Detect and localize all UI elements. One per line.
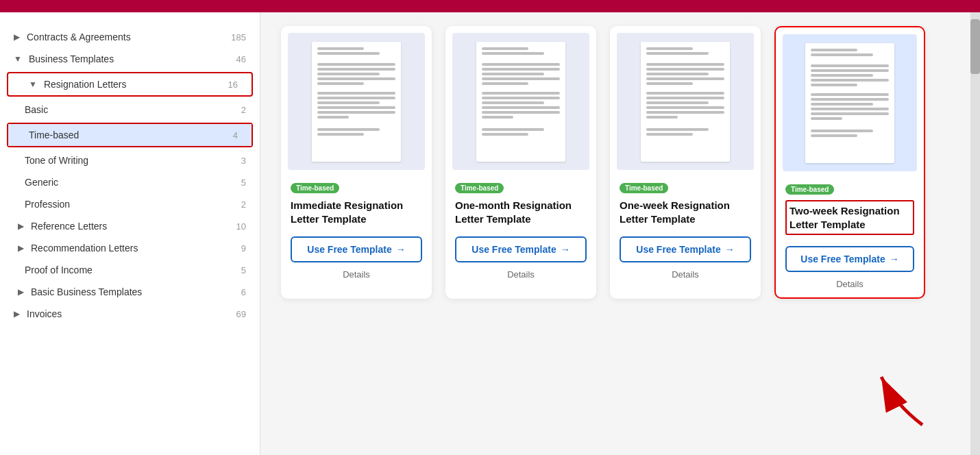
badge-two-week: Time-based <box>785 184 834 195</box>
arrow-right-icon: → <box>396 244 406 255</box>
sidebar-item-resignation[interactable]: ▼ Resignation Letters 16 <box>8 73 252 95</box>
badge-one-week: Time-based <box>620 183 668 193</box>
chevron-right-icon: ▶ <box>14 32 20 42</box>
card-preview-two-week <box>783 34 917 171</box>
badge-one-month: Time-based <box>455 183 504 193</box>
badge-immediate: Time-based <box>291 183 339 193</box>
card-body-one-month: Time-based One-month Resignation Letter … <box>445 177 596 236</box>
main-content: Time-based Immediate Resignation Letter … <box>260 12 970 455</box>
chevron-down-icon: ▼ <box>14 54 22 64</box>
use-template-btn-one-month[interactable]: Use Free Template → <box>455 236 587 262</box>
chevron-right-icon-basicbusiness: ▶ <box>18 287 24 297</box>
sidebar-item-basicbusiness[interactable]: ▶ Basic Business Templates 6 <box>0 281 260 303</box>
details-link-two-week[interactable]: Details <box>776 278 924 291</box>
card-title-immediate: Immediate Resignation Letter Template <box>291 199 422 225</box>
card-title-one-month: One-month Resignation Letter Template <box>455 199 587 225</box>
cards-grid: Time-based Immediate Resignation Letter … <box>281 26 950 299</box>
chevron-right-icon-reference: ▶ <box>18 221 24 231</box>
chevron-down-icon-resignation: ▼ <box>29 79 37 89</box>
scrollbar-thumb[interactable] <box>970 19 980 74</box>
card-preview-one-week <box>617 33 754 170</box>
sidebar-item-generic[interactable]: Generic 5 <box>0 171 260 193</box>
annotation-arrow <box>868 363 936 434</box>
sidebar: ▶ Contracts & Agreements 185 ▼ Business … <box>0 12 260 455</box>
details-link-one-month[interactable]: Details <box>445 268 596 281</box>
use-template-btn-one-week[interactable]: Use Free Template → <box>620 236 751 262</box>
details-link-immediate[interactable]: Details <box>281 268 432 281</box>
chevron-right-icon-recommendation: ▶ <box>18 243 24 253</box>
card-two-week: Time-based Two-week Resignation Letter T… <box>774 26 925 299</box>
card-preview-immediate <box>288 33 425 170</box>
top-bar <box>0 0 980 12</box>
arrow-svg <box>868 363 936 432</box>
sidebar-item-profession[interactable]: Profession 2 <box>0 193 260 215</box>
sidebar-item-contracts[interactable]: ▶ Contracts & Agreements 185 <box>0 26 260 48</box>
sidebar-item-basic[interactable]: Basic 2 <box>0 99 260 121</box>
arrow-right-icon-2: → <box>561 244 570 255</box>
chevron-right-icon-invoices: ▶ <box>14 309 20 319</box>
card-body-immediate: Time-based Immediate Resignation Letter … <box>281 177 432 236</box>
card-immediate: Time-based Immediate Resignation Letter … <box>281 26 432 299</box>
card-one-month: Time-based One-month Resignation Letter … <box>445 26 596 299</box>
use-template-btn-two-week[interactable]: Use Free Template → <box>785 246 914 272</box>
details-link-one-week[interactable]: Details <box>610 268 761 281</box>
sidebar-item-business[interactable]: ▼ Business Templates 46 <box>0 48 260 70</box>
sidebar-item-proofincome[interactable]: Proof of Income 5 <box>0 259 260 281</box>
use-template-btn-immediate[interactable]: Use Free Template → <box>291 236 422 262</box>
arrow-right-icon-4: → <box>890 254 899 265</box>
sidebar-item-tonewriting[interactable]: Tone of Writing 3 <box>0 149 260 171</box>
card-title-two-week: Two-week Resignation Letter Template <box>785 200 914 235</box>
card-one-week: Time-based One-week Resignation Letter T… <box>610 26 761 299</box>
scrollbar[interactable] <box>970 12 980 455</box>
sidebar-item-recommendation[interactable]: ▶ Recommendation Letters 9 <box>0 237 260 259</box>
card-body-two-week: Time-based Two-week Resignation Letter T… <box>776 178 924 246</box>
sidebar-item-reference[interactable]: ▶ Reference Letters 10 <box>0 215 260 237</box>
card-body-one-week: Time-based One-week Resignation Letter T… <box>610 177 761 236</box>
arrow-right-icon-3: → <box>725 244 735 255</box>
card-title-one-week: One-week Resignation Letter Template <box>620 199 751 225</box>
card-preview-one-month <box>452 33 589 170</box>
sidebar-item-timebased[interactable]: Time-based 4 <box>8 124 252 146</box>
sidebar-item-invoices[interactable]: ▶ Invoices 69 <box>0 303 260 325</box>
